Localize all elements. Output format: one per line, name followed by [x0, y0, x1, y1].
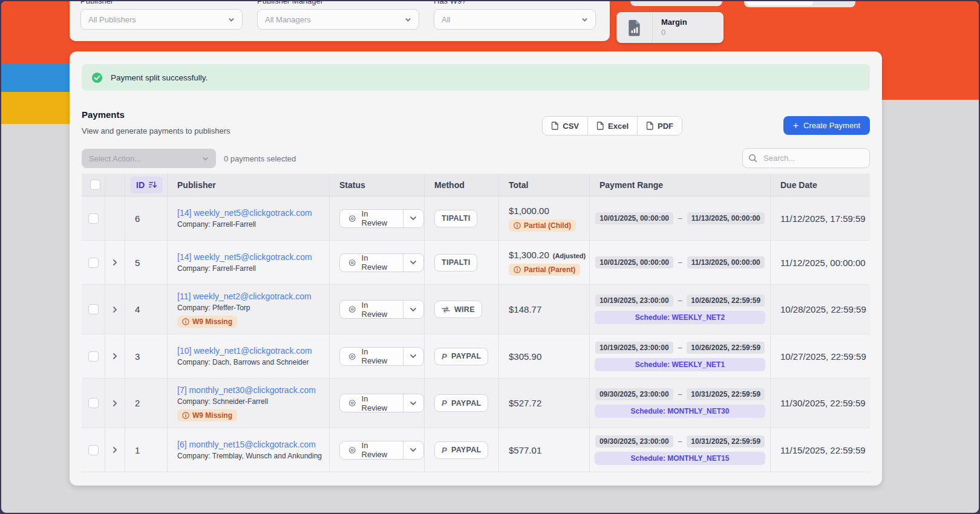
manager-filter-select[interactable]: All Managers: [257, 9, 419, 30]
method-badge: WIRE: [434, 301, 482, 318]
status-button[interactable]: In Review: [340, 394, 403, 412]
file-icon: [646, 122, 654, 130]
chevron-down-icon: [581, 16, 588, 23]
expand-cell: [105, 241, 125, 284]
status-dropdown-button[interactable]: [403, 394, 423, 412]
due-date-cell: 11/15/2025, 22:59:59: [771, 428, 870, 472]
publisher-link[interactable]: [14] weekly_net5@clickgotrack.com: [177, 252, 329, 262]
row-checkbox[interactable]: [88, 398, 99, 408]
expand-chevron-icon[interactable]: [111, 400, 119, 407]
create-payment-button[interactable]: + Create Payment: [783, 116, 870, 135]
row-checkbox[interactable]: [88, 213, 99, 224]
total-amount-row: $527.72: [509, 398, 589, 408]
status-dropdown-button[interactable]: [403, 210, 423, 227]
company-text: Company: Tremblay, Wunsch and Ankunding: [177, 452, 329, 460]
status-button[interactable]: In Review: [340, 254, 403, 272]
select-all-checkbox[interactable]: [90, 180, 100, 190]
file-icon: [596, 122, 604, 130]
margin-label: Margin: [661, 18, 687, 27]
status-dropdown-button[interactable]: [403, 441, 423, 459]
table-row: 2[7] monthly_net30@clickgotrack.comCompa…: [82, 379, 870, 428]
expand-chevron-icon[interactable]: [111, 259, 119, 266]
expand-chevron-icon[interactable]: [111, 353, 119, 360]
method-label: PAYPAL: [451, 352, 482, 360]
id-cell: 2: [125, 379, 168, 428]
expand-chevron-icon[interactable]: [111, 306, 119, 313]
total-amount: $305.90: [509, 351, 541, 362]
publisher-link[interactable]: [7] monthly_net30@clickgotrack.com: [177, 385, 329, 395]
company-text: Company: Dach, Barrows and Schneider: [177, 358, 329, 366]
status-dropdown-button[interactable]: [403, 301, 423, 318]
row-checkbox[interactable]: [88, 304, 99, 314]
total-amount-row: $1,300.20(Adjusted): [509, 250, 589, 260]
id-cell: 6: [125, 197, 168, 240]
publisher-link[interactable]: [6] monthly_net15@clickgotrack.com: [177, 440, 329, 449]
publisher-link[interactable]: [10] weekly_net1@clickgotrack.com: [177, 346, 329, 356]
range-dates-row: 10/01/2025, 00:00:00–11/13/2025, 00:00:0…: [595, 256, 765, 268]
app-window: Publisher All Publishers Publisher Manag…: [0, 0, 980, 514]
status-button[interactable]: In Review: [340, 210, 403, 227]
range-start-date: 09/30/2025, 23:00:00: [595, 435, 673, 447]
method-badge: TIPALTI: [434, 254, 477, 272]
eye-icon: [348, 258, 357, 267]
total-amount-row: $305.90: [509, 351, 589, 362]
status-dropdown-button[interactable]: [403, 254, 423, 272]
row-checkbox[interactable]: [88, 258, 99, 268]
total-amount-row: $148.77: [509, 304, 589, 314]
search-input[interactable]: [742, 148, 870, 168]
method-badge: PPAYPAL: [434, 394, 488, 412]
range-end-date: 11/13/2025, 00:00:00: [687, 256, 765, 268]
eye-icon: [348, 214, 357, 223]
w9-missing-label: W9 Missing: [192, 411, 232, 420]
status-dropdown-button[interactable]: [403, 348, 423, 365]
background-yellow-band: [1, 92, 70, 124]
range-dash: –: [678, 214, 682, 223]
total-adjusted-note: (Adjusted): [553, 252, 586, 259]
publisher-link[interactable]: [11] weekly_net2@clickgotrack.com: [177, 291, 329, 301]
id-header-label: ID: [136, 180, 145, 190]
publisher-cell: [7] monthly_net30@clickgotrack.comCompan…: [168, 379, 330, 428]
range-dates-row: 10/01/2025, 00:00:00–11/13/2025, 00:00:0…: [595, 212, 765, 224]
id-cell: 3: [125, 334, 168, 378]
w9-missing-label: W9 Missing: [192, 317, 232, 326]
expand-chevron-icon[interactable]: [111, 446, 119, 454]
payment-range-cell: 09/30/2025, 23:00:00–10/31/2025, 22:59:5…: [590, 428, 771, 472]
range-dash: –: [678, 437, 682, 446]
export-csv-button[interactable]: CSV: [543, 117, 588, 135]
paypal-icon: P: [442, 399, 447, 408]
range-dates-row: 09/30/2025, 23:00:00–10/31/2025, 22:59:5…: [595, 388, 765, 400]
due-date-cell: 11/12/2025, 17:59:59: [771, 197, 870, 240]
table-row: 4[11] weekly_net2@clickgotrack.comCompan…: [82, 285, 870, 334]
publisher-link[interactable]: [14] weekly_net5@clickgotrack.com: [177, 208, 329, 218]
status-button[interactable]: In Review: [340, 301, 403, 318]
row-checkbox[interactable]: [88, 351, 99, 362]
export-pdf-button[interactable]: PDF: [638, 117, 682, 135]
create-payment-label: Create Payment: [803, 121, 860, 130]
has-w9-filter-select[interactable]: All: [434, 9, 596, 30]
status-button[interactable]: In Review: [340, 348, 403, 365]
checkbox-cell: [82, 334, 105, 378]
status-button[interactable]: In Review: [340, 441, 403, 459]
table-body: 6[14] weekly_net5@clickgotrack.comCompan…: [82, 197, 870, 472]
row-checkbox[interactable]: [88, 445, 99, 455]
id-sort-header[interactable]: ID: [130, 177, 163, 194]
method-cell: WIRE: [425, 285, 499, 334]
expand-cell: [105, 379, 125, 428]
header-expand-col: [105, 174, 125, 196]
info-icon: [514, 222, 521, 229]
range-start-date: 10/01/2025, 00:00:00: [595, 256, 673, 268]
search-icon: [748, 154, 757, 163]
header-id: ID: [125, 174, 168, 196]
chevron-down-icon: [228, 16, 235, 23]
status-label: In Review: [362, 441, 395, 459]
select-action-dropdown[interactable]: Select Action...: [82, 149, 216, 168]
range-end-date: 10/26/2025, 22:59:59: [687, 294, 765, 307]
range-dash: –: [678, 390, 682, 399]
export-excel-button[interactable]: Excel: [588, 117, 638, 135]
method-cell: TIPALTI: [425, 241, 499, 284]
schedule-badge: Schedule: MONTHLY_NET15: [595, 452, 765, 465]
publisher-filter-select[interactable]: All Publishers: [80, 9, 243, 30]
status-label: In Review: [362, 301, 395, 319]
method-badge: TIPALTI: [434, 210, 477, 227]
due-date-cell: 10/27/2025, 22:59:59: [771, 334, 870, 378]
